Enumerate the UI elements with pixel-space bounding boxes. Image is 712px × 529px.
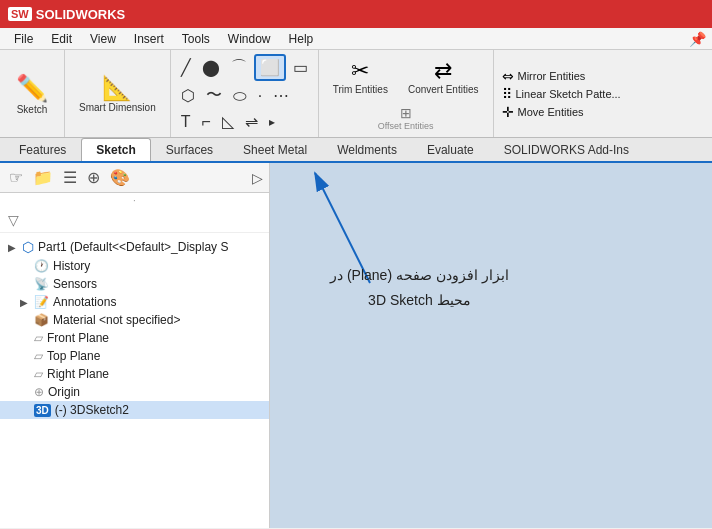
rectangle-button[interactable]: ▭ [289,56,312,79]
panel-icon-palette[interactable]: 🎨 [107,166,133,189]
annotation-box: ابزار افزودن صفحه (Plane) در محیط 3D Ske… [330,263,509,313]
sensors-label: Sensors [53,277,261,291]
panel-expand-button[interactable]: ▷ [252,170,263,186]
trim-convert-row: ✂ Trim Entities ⇄ Convert Entities [327,54,485,99]
material-label: Material <not specified> [53,313,261,327]
menu-help[interactable]: Help [281,30,322,48]
trim-convert-group: ✂ Trim Entities ⇄ Convert Entities ⊞ Off… [319,50,494,137]
linear-btn-row: ⠿ Linear Sketch Patte... [502,86,621,102]
part1-arrow: ▶ [8,242,18,253]
polygon-icon: ⬡ [181,86,195,105]
mirror-entities-label: Mirror Entities [518,70,586,82]
mirror-s-icon: ⇌ [245,112,258,131]
sketch2-icon: 3D [34,404,51,417]
more-icon: ▸ [269,115,275,129]
more-button[interactable]: ▸ [265,113,279,131]
move-icon: ✛ [502,104,514,120]
point-icon: · [258,87,262,105]
convert-entities-button[interactable]: ⇄ Convert Entities [402,54,485,99]
ellipse-button[interactable]: ⬭ [229,85,251,107]
annotation-line1: ابزار افزودن صفحه (Plane) در [330,263,509,288]
tab-weldments[interactable]: Weldments [322,138,412,161]
tree-item-history[interactable]: 🕐 History [0,257,269,275]
pin-icon[interactable]: 📌 [689,31,706,47]
menu-window[interactable]: Window [220,30,279,48]
tree-item-material[interactable]: 📦 Material <not specified> [0,311,269,329]
plane-button[interactable]: ⬜ [254,54,286,81]
tab-features[interactable]: Features [4,138,81,161]
mirror-group: ⇔ Mirror Entities ⠿ Linear Sketch Patte.… [494,50,629,137]
tab-surfaces[interactable]: Surfaces [151,138,228,161]
tab-sketch[interactable]: Sketch [81,138,150,161]
tree-item-sensors[interactable]: 📡 Sensors [0,275,269,293]
panel-indicator: · [0,193,269,208]
menu-view[interactable]: View [82,30,124,48]
fillet-button[interactable]: ⌐ [197,111,214,133]
trim-label: Trim Entities [333,84,388,95]
trim-entities-button[interactable]: ✂ Trim Entities [327,54,394,99]
feature-tree: ▶ ⬡ Part1 (Default<<Default>_Display S 🕐… [0,233,269,528]
menu-edit[interactable]: Edit [43,30,80,48]
sketch-group: ✏️ Sketch [0,50,65,137]
dimension-icon: 📐 [102,74,132,102]
spline-button[interactable]: 〜 [202,83,226,108]
history-icon: 🕐 [34,259,49,273]
top-plane-icon: ▱ [34,349,43,363]
front-plane-label: Front Plane [47,331,261,345]
sketch-button[interactable]: ✏️ Sketch [8,69,56,119]
mirror-small-button[interactable]: ⇌ [241,110,262,133]
offset-icon: ⊞ [400,105,412,121]
tree-item-top-plane[interactable]: ▱ Top Plane [0,347,269,365]
right-plane-label: Right Plane [47,367,261,381]
arc-button[interactable]: ⌒ [227,55,251,80]
menu-insert[interactable]: Insert [126,30,172,48]
panel-icon-list[interactable]: ☰ [60,166,80,189]
line-button[interactable]: ╱ [177,56,195,79]
filter-icon: ▽ [8,212,19,228]
text-button[interactable]: T [177,111,195,133]
tree-item-origin[interactable]: ⊕ Origin [0,383,269,401]
centerline-icon: ⋯ [273,86,289,105]
origin-label: Origin [48,385,261,399]
arc-icon: ⌒ [231,57,247,78]
panel-toolbar: ☞ 📁 ☰ ⊕ 🎨 ▷ [0,163,269,193]
ellipse-icon: ⬭ [233,87,247,105]
app-name: SOLIDWORKS [36,7,126,22]
tree-item-front-plane[interactable]: ▱ Front Plane [0,329,269,347]
chamfer-button[interactable]: ◺ [218,110,238,133]
menu-file[interactable]: File [6,30,41,48]
offset-button[interactable]: ⊞ Offset Entities [372,103,440,133]
point-button[interactable]: · [254,85,266,107]
right-plane-icon: ▱ [34,367,43,381]
polygon-button[interactable]: ⬡ [177,84,199,107]
tree-item-annotations[interactable]: ▶ 📝 Annotations [0,293,269,311]
panel-icon-pointer[interactable]: ☞ [6,166,26,189]
tab-sheet-metal[interactable]: Sheet Metal [228,138,322,161]
draw-tools-group: ╱ ⬤ ⌒ ⬜ ▭ ⬡ 〜 ⬭ · ⋯ T ⌐ ◺ ⇌ ▸ [171,50,319,137]
tab-addins[interactable]: SOLIDWORKS Add-Ins [489,138,644,161]
draw-row1: ╱ ⬤ ⌒ ⬜ ▭ [177,54,312,81]
circle-button[interactable]: ⬤ [198,56,224,79]
panel-icon-target[interactable]: ⊕ [84,166,103,189]
menu-tools[interactable]: Tools [174,30,218,48]
annotations-icon: 📝 [34,295,49,309]
sketch2-label: (-) 3DSketch2 [55,403,261,417]
main-layout: ☞ 📁 ☰ ⊕ 🎨 ▷ · ▽ ▶ ⬡ Part1 (Default<<Defa… [0,163,712,528]
linear-label: Linear Sketch Patte... [516,88,621,100]
annotations-label: Annotations [53,295,261,309]
tree-item-3dsketch2[interactable]: 3D (-) 3DSketch2 [0,401,269,419]
smart-dimension-button[interactable]: 📐 Smart Dimension [73,70,162,117]
content-area: ابزار افزودن صفحه (Plane) در محیط 3D Ske… [270,163,712,528]
plane-icon: ⬜ [260,58,280,77]
sw-icon: SW [8,7,32,21]
tab-evaluate[interactable]: Evaluate [412,138,489,161]
centerline-button[interactable]: ⋯ [269,84,293,107]
offset-label: Offset Entities [378,121,434,131]
spline-icon: 〜 [206,85,222,106]
panel-icon-folder[interactable]: 📁 [30,166,56,189]
tree-item-part1[interactable]: ▶ ⬡ Part1 (Default<<Default>_Display S [0,237,269,257]
trim-icon: ✂ [351,58,369,84]
part1-icon: ⬡ [22,239,34,255]
tree-item-right-plane[interactable]: ▱ Right Plane [0,365,269,383]
part1-label: Part1 (Default<<Default>_Display S [38,240,261,254]
